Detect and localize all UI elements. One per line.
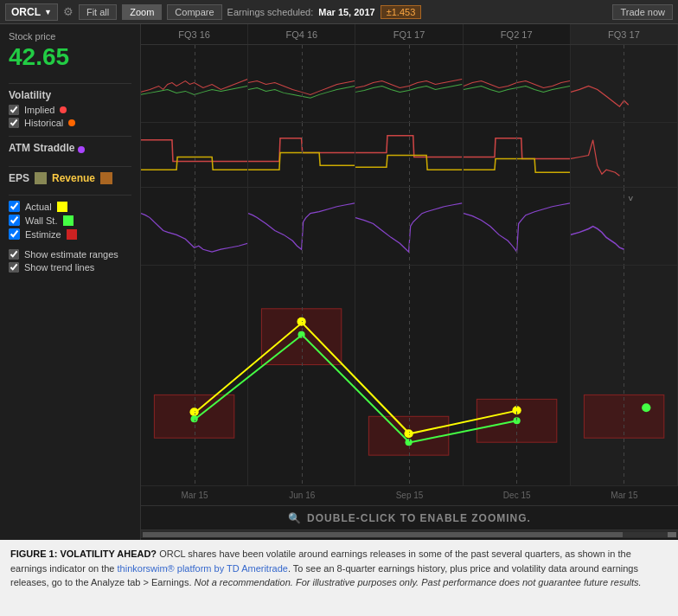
svg-point-15 xyxy=(642,403,650,412)
atm-color-dot xyxy=(78,146,85,153)
implied-color-dot xyxy=(60,106,67,113)
compare-button[interactable]: Compare xyxy=(167,4,221,20)
figure-italic-1: Not a recommendation. xyxy=(195,577,293,587)
implied-label: Implied xyxy=(24,105,54,115)
toolbar: ORCL ▼ ⚙ Fit all Zoom Compare Earnings s… xyxy=(0,0,678,24)
main-layout: Stock price 42.65 Volatility Implied His… xyxy=(0,24,678,540)
wallst-row: Wall St. xyxy=(9,215,131,226)
estimize-checkbox[interactable] xyxy=(9,228,20,240)
volatility-title: Volatility xyxy=(9,89,131,101)
stock-cell-2 xyxy=(248,45,355,122)
atm-cell-4 xyxy=(464,188,571,265)
actual-label: Actual xyxy=(25,202,52,212)
wallst-color xyxy=(63,215,74,226)
stock-chart-row xyxy=(141,45,678,123)
actual-checkbox[interactable] xyxy=(9,201,20,212)
wallst-label: Wall St. xyxy=(25,215,58,226)
atm-cell-2 xyxy=(248,188,355,265)
divider-4 xyxy=(9,195,131,196)
eps-cell-1 xyxy=(141,266,248,485)
quarter-fq1-17: FQ1 17 xyxy=(355,24,463,44)
stock-cell-5 xyxy=(571,45,678,122)
show-estimate-ranges-row: Show estimate ranges xyxy=(9,249,131,260)
stock-cell-3 xyxy=(355,45,463,122)
trade-now-button[interactable]: Trade now xyxy=(612,4,673,20)
atm-cell-5: v xyxy=(571,188,678,265)
show-trend-lines-label: Show trend lines xyxy=(24,262,94,273)
divider-1 xyxy=(9,83,131,84)
eps-cell-4 xyxy=(464,266,571,485)
x-axis: Mar 15 Jun 16 Sep 15 Dec 15 Mar 15 xyxy=(141,486,678,505)
implied-row: Implied xyxy=(9,105,131,115)
atm-title: ATM Straddle xyxy=(9,142,74,154)
earnings-label: Earnings scheduled: xyxy=(227,7,314,17)
estimize-row: Estimize xyxy=(9,228,131,240)
x-label-1: Mar 15 xyxy=(141,486,248,505)
atm-cell-1 xyxy=(141,188,248,265)
x-label-3: Sep 15 xyxy=(355,486,463,505)
volatility-chart-row xyxy=(141,123,678,188)
ticker-dropdown-icon[interactable]: ▼ xyxy=(44,8,52,16)
quarters-header: FQ3 16 FQ4 16 FQ1 17 FQ2 17 FQ3 17 xyxy=(141,24,678,45)
left-panel: Stock price 42.65 Volatility Implied His… xyxy=(0,24,141,540)
zoom-bar-text: DOUBLE-CLICK TO ENABLE ZOOMING. xyxy=(307,512,531,524)
historical-color-dot xyxy=(68,119,75,126)
divider-2 xyxy=(9,136,131,137)
show-estimate-ranges-label: Show estimate ranges xyxy=(24,249,118,260)
x-label-4: Dec 15 xyxy=(464,486,571,505)
divider-3 xyxy=(9,166,131,167)
actual-row: Actual xyxy=(9,201,131,212)
x-label-5: Mar 15 xyxy=(571,486,678,505)
eps-header: EPS Revenue xyxy=(9,172,131,184)
stock-price-value: 42.65 xyxy=(9,43,131,71)
figure-link[interactable]: thinkorswim® platform by TD Ameritrade xyxy=(118,563,288,574)
eps-title: EPS xyxy=(9,172,29,184)
earnings-badge: ±1.453 xyxy=(381,5,422,19)
vol-cell-1 xyxy=(141,123,248,187)
show-trend-lines-checkbox[interactable] xyxy=(9,262,19,273)
eps-cell-2 xyxy=(248,266,355,485)
stock-price-label: Stock price xyxy=(9,31,131,42)
atm-cell-3 xyxy=(355,188,463,265)
vol-cell-4 xyxy=(464,123,571,187)
chart-area: FQ3 16 FQ4 16 FQ1 17 FQ2 17 FQ3 17 xyxy=(141,24,678,540)
eps-chart-row xyxy=(141,266,678,486)
figure-label: FIGURE 1: VOLATILITY AHEAD? xyxy=(10,549,157,559)
zoom-bar[interactable]: 🔍 DOUBLE-CLICK TO ENABLE ZOOMING. xyxy=(141,505,678,529)
quarter-fq4-16: FQ4 16 xyxy=(248,24,355,44)
eps-color-box xyxy=(35,172,47,184)
zoom-button[interactable]: Zoom xyxy=(122,4,162,20)
svg-text:v: v xyxy=(629,193,633,202)
historical-label: Historical xyxy=(24,118,63,128)
vol-cell-3 xyxy=(355,123,463,187)
fit-all-button[interactable]: Fit all xyxy=(79,4,117,20)
figure-italic-2: For illustrative purposes only. Past per… xyxy=(296,577,642,587)
rev-color-box xyxy=(100,172,112,184)
quarter-fq2-17: FQ2 17 xyxy=(464,24,571,44)
show-estimate-ranges-checkbox[interactable] xyxy=(9,249,19,260)
zoom-icon: 🔍 xyxy=(288,512,302,524)
quarter-fq3-17: FQ3 17 xyxy=(571,24,678,44)
estimize-label: Estimize xyxy=(25,229,61,240)
show-trend-lines-row: Show trend lines xyxy=(9,262,131,273)
eps-cell-5 xyxy=(571,266,678,485)
revenue-title: Revenue xyxy=(52,172,95,184)
earnings-date: Mar 15, 2017 xyxy=(318,7,374,17)
implied-checkbox[interactable] xyxy=(9,105,19,115)
ticker-selector[interactable]: ORCL ▼ xyxy=(5,3,58,21)
stock-cell-1 xyxy=(141,45,248,122)
stock-cell-4 xyxy=(464,45,571,122)
historical-row: Historical xyxy=(9,118,131,128)
x-label-2: Jun 16 xyxy=(248,486,355,505)
historical-checkbox[interactable] xyxy=(9,118,19,128)
quarter-fq3-16: FQ3 16 xyxy=(141,24,248,44)
vol-cell-5 xyxy=(571,123,678,187)
atm-chart-row: v xyxy=(141,188,678,266)
figure-caption: FIGURE 1: VOLATILITY AHEAD? ORCL shares … xyxy=(0,540,678,616)
settings-icon[interactable]: ⚙ xyxy=(63,5,74,18)
wallst-checkbox[interactable] xyxy=(9,215,20,226)
scroll-bar[interactable] xyxy=(141,529,678,538)
actual-color xyxy=(57,202,67,212)
ticker-label: ORCL xyxy=(11,6,41,18)
vol-cell-2 xyxy=(248,123,355,187)
